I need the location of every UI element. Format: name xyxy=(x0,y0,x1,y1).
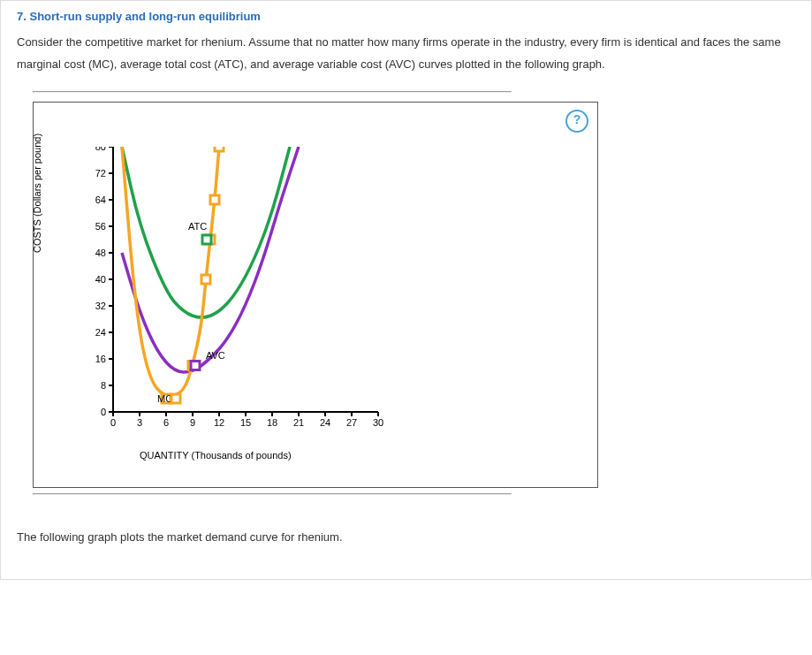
svg-text:16: 16 xyxy=(95,354,106,364)
footer-text: The following graph plots the market dem… xyxy=(17,530,795,544)
svg-text:56: 56 xyxy=(95,221,106,232)
svg-text:8: 8 xyxy=(101,380,106,391)
svg-text:6: 6 xyxy=(163,417,169,428)
cost-curves-chart[interactable]: 08162432404856647280036912151821242730MC… xyxy=(87,147,387,447)
svg-text:0: 0 xyxy=(110,417,116,428)
chart-container: ? COSTS (Dollars per pound) 081624324048… xyxy=(33,102,598,488)
atc-legend-box[interactable] xyxy=(202,235,211,244)
question-number: 7. xyxy=(17,10,27,23)
question-title: 7. Short-run supply and long-run equilib… xyxy=(17,1,795,28)
plot-area[interactable]: 08162432404856647280036912151821242730MC… xyxy=(87,147,580,447)
svg-text:21: 21 xyxy=(293,417,304,428)
svg-text:27: 27 xyxy=(346,417,357,428)
y-axis-label: COSTS (Dollars per pound) xyxy=(32,133,42,253)
svg-text:18: 18 xyxy=(267,417,277,428)
svg-text:24: 24 xyxy=(320,417,330,428)
svg-text:30: 30 xyxy=(373,417,383,428)
question-title-text: Short-run supply and long-run equilibriu… xyxy=(29,10,260,23)
avc-legend-box[interactable] xyxy=(191,362,200,370)
svg-text:AVC: AVC xyxy=(206,350,225,361)
divider-top xyxy=(33,91,512,93)
svg-text:32: 32 xyxy=(95,301,106,311)
svg-text:ATC: ATC xyxy=(188,221,207,232)
question-description: Consider the competitive market for rhen… xyxy=(17,32,795,75)
svg-text:64: 64 xyxy=(95,194,106,205)
mc-handle[interactable] xyxy=(201,275,210,284)
help-button[interactable]: ? xyxy=(565,110,588,133)
svg-text:15: 15 xyxy=(240,417,251,428)
svg-text:3: 3 xyxy=(137,417,142,428)
svg-text:48: 48 xyxy=(95,248,106,258)
svg-text:24: 24 xyxy=(95,327,106,338)
mc-handle[interactable] xyxy=(215,147,224,151)
svg-text:12: 12 xyxy=(214,417,224,428)
x-axis-label: QUANTITY (Thousands of pounds) xyxy=(140,450,580,461)
svg-text:9: 9 xyxy=(190,417,195,428)
svg-text:40: 40 xyxy=(95,274,106,285)
svg-text:80: 80 xyxy=(95,147,106,152)
svg-text:0: 0 xyxy=(101,407,106,417)
svg-text:72: 72 xyxy=(95,168,106,179)
question-container: 7. Short-run supply and long-run equilib… xyxy=(0,0,812,580)
mc-handle[interactable] xyxy=(210,195,219,204)
mc-legend-box[interactable] xyxy=(171,394,180,403)
divider-bottom xyxy=(33,493,512,495)
